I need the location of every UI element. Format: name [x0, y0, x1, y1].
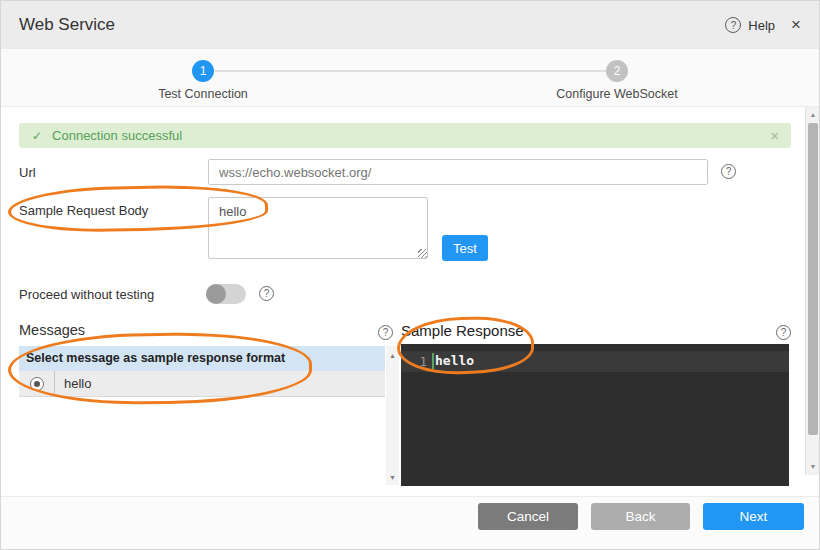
close-icon[interactable]: ×: [791, 15, 801, 35]
code-editor[interactable]: 1 hello: [401, 344, 789, 486]
message-text: hello: [55, 371, 91, 396]
step-connector: [215, 70, 606, 72]
next-button[interactable]: Next: [703, 503, 804, 530]
messages-table: Select message as sample response format…: [19, 346, 385, 485]
banner-text: Connection successful: [52, 128, 182, 143]
test-button[interactable]: Test: [442, 235, 488, 261]
scroll-down-icon[interactable]: ▼: [386, 474, 399, 481]
step-1-label: Test Connection: [133, 87, 273, 101]
messages-help-icon[interactable]: ?: [378, 325, 393, 340]
proceed-without-testing-label: Proceed without testing: [19, 287, 154, 302]
proceed-help-icon[interactable]: ?: [259, 286, 274, 301]
help-link[interactable]: Help: [748, 18, 775, 33]
web-service-dialog: Web Service ? Help × 1 Test Connection 2…: [0, 0, 820, 550]
step-2-circle[interactable]: 2: [606, 60, 628, 82]
dialog-scroll-up-icon[interactable]: ▲: [806, 111, 820, 118]
url-label: Url: [19, 165, 36, 180]
sample-request-body-textarea[interactable]: hello: [208, 197, 428, 259]
message-radio-button[interactable]: [30, 377, 44, 391]
messages-label: Messages: [19, 322, 85, 338]
sample-response-help-icon[interactable]: ?: [776, 325, 791, 340]
dialog-scroll-down-icon[interactable]: ▼: [806, 463, 820, 470]
dialog-scrollbar[interactable]: ▲ ▼: [805, 107, 820, 475]
scroll-up-icon[interactable]: ▲: [386, 352, 399, 359]
title-bar: Web Service ? Help ×: [1, 1, 819, 49]
dialog-scrollbar-thumb[interactable]: [808, 123, 818, 435]
sample-request-body-label: Sample Request Body: [19, 203, 148, 218]
sample-response-label: Sample Response: [401, 322, 524, 339]
url-input[interactable]: [208, 159, 708, 185]
code-text: hello: [435, 353, 474, 368]
footer-bar: Cancel Back Next: [1, 496, 819, 549]
line-number: 1: [411, 354, 427, 369]
message-radio-cell: [19, 371, 55, 396]
banner-close-icon[interactable]: ×: [770, 127, 779, 144]
step-2-label: Configure WebSocket: [537, 87, 697, 101]
cancel-button[interactable]: Cancel: [478, 503, 578, 530]
message-row[interactable]: hello: [19, 371, 385, 397]
toggle-knob: [206, 284, 226, 304]
help-icon[interactable]: ?: [725, 17, 741, 33]
back-button[interactable]: Back: [591, 503, 690, 530]
page-title: Web Service: [19, 15, 115, 35]
wizard-stepper: 1 Test Connection 2 Configure WebSocket: [1, 49, 819, 107]
check-icon: ✓: [32, 129, 42, 143]
step-1-circle[interactable]: 1: [192, 60, 214, 82]
success-banner: ✓ Connection successful ×: [19, 123, 791, 148]
messages-scrollbar[interactable]: ▲ ▼: [386, 346, 399, 485]
editor-caret: [432, 353, 434, 369]
url-help-icon[interactable]: ?: [721, 164, 736, 179]
messages-table-header: Select message as sample response format: [19, 346, 385, 371]
proceed-toggle[interactable]: [206, 284, 246, 304]
resize-grip-icon[interactable]: [418, 249, 427, 258]
